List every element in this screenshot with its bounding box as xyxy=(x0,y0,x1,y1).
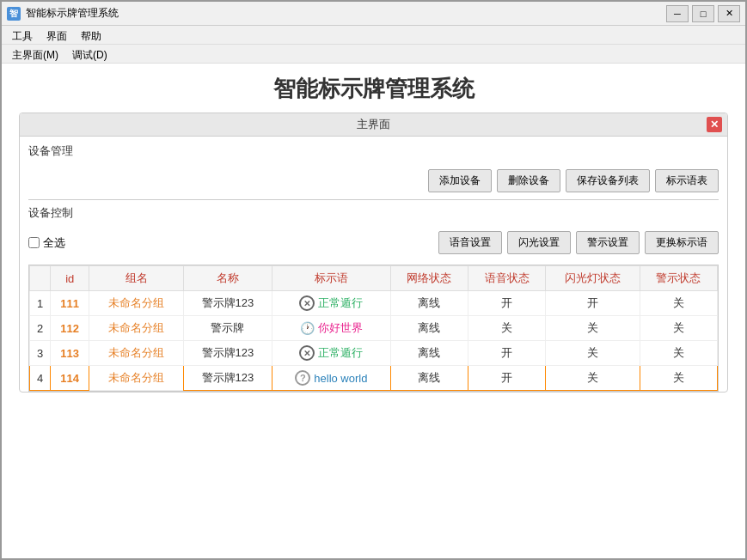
group-cell: 未命名分组 xyxy=(89,341,183,366)
network-cell: 离线 xyxy=(390,366,468,391)
label-text: 正常遁行 xyxy=(318,295,363,311)
submenu-item-main[interactable]: 主界面(M) xyxy=(5,46,65,61)
table-row[interactable]: 4114未命名分组警示牌123?hello world离线开关关 xyxy=(30,366,718,391)
select-all-text: 全选 xyxy=(43,235,65,251)
add-device-button[interactable]: 添加设备 xyxy=(428,169,492,192)
app-icon: 智 xyxy=(7,7,21,21)
save-device-list-button[interactable]: 保存设备列表 xyxy=(566,169,650,192)
device-table: id 组名 名称 标示语 网络状态 语音状态 闪光灯状态 警示状态 1111未命… xyxy=(29,265,718,391)
name-cell: 警示牌123 xyxy=(183,291,272,316)
menu-item-ui[interactable]: 界面 xyxy=(40,27,74,42)
name-cell: 警示牌 xyxy=(183,316,272,341)
main-area: 主界面 ✕ 设备管理 添加设备 删除设备 保存设备列表 标示语表 设备控制 xyxy=(2,113,745,558)
device-control-section: 设备控制 xyxy=(20,200,727,226)
alert-cell: 关 xyxy=(640,341,717,366)
device-table-container: id 组名 名称 标示语 网络状态 语音状态 闪光灯状态 警示状态 1111未命… xyxy=(28,265,719,392)
device-control-title: 设备控制 xyxy=(28,205,73,221)
cancel-icon: ✕ xyxy=(299,295,315,311)
id-cell: 114 xyxy=(51,366,89,391)
alert-cell: 关 xyxy=(640,366,717,391)
id-cell: 111 xyxy=(51,291,89,316)
app-title: 智能标示牌管理系统 xyxy=(2,64,745,113)
flash-cell: 开 xyxy=(546,291,640,316)
clock-icon: 🕐 xyxy=(299,320,315,336)
label-table-button[interactable]: 标示语表 xyxy=(655,169,719,192)
tab-title: 主界面 xyxy=(20,117,727,132)
row-num-cell: 1 xyxy=(30,291,51,316)
col-header-label: 标示语 xyxy=(272,266,390,291)
network-cell: 离线 xyxy=(390,316,468,341)
device-management-title: 设备管理 xyxy=(28,143,719,159)
alert-settings-button[interactable]: 警示设置 xyxy=(576,231,640,254)
label-cell: ✕正常遁行 xyxy=(272,291,390,316)
label-cell: ?hello world xyxy=(272,366,390,391)
name-cell: 警示牌123 xyxy=(183,341,272,366)
id-cell: 112 xyxy=(51,316,89,341)
alert-cell: 关 xyxy=(640,316,717,341)
title-bar-left: 智 智能标示牌管理系统 xyxy=(7,6,119,21)
window-title: 智能标示牌管理系统 xyxy=(26,6,119,21)
select-all-checkbox[interactable] xyxy=(28,237,40,248)
close-button[interactable]: ✕ xyxy=(718,5,740,22)
menu-item-help[interactable]: 帮助 xyxy=(74,27,108,42)
table-row[interactable]: 3113未命名分组警示牌123✕正常遁行离线开关关 xyxy=(30,341,718,366)
row-num-cell: 3 xyxy=(30,341,51,366)
col-header-voice: 语音状态 xyxy=(468,266,546,291)
voice-cell: 开 xyxy=(468,341,546,366)
network-cell: 离线 xyxy=(390,291,468,316)
alert-cell: 关 xyxy=(640,291,717,316)
label-text: 正常遁行 xyxy=(318,345,363,361)
col-header-group: 组名 xyxy=(89,266,183,291)
flash-cell: 关 xyxy=(546,341,640,366)
col-header-flash: 闪光灯状态 xyxy=(546,266,640,291)
minimize-button[interactable]: ─ xyxy=(666,5,689,22)
voice-settings-button[interactable]: 语音设置 xyxy=(438,231,502,254)
tab-header: 主界面 ✕ xyxy=(20,113,727,137)
table-row[interactable]: 2112未命名分组警示牌🕐你好世界离线关关关 xyxy=(30,316,718,341)
row-num-cell: 2 xyxy=(30,316,51,341)
device-management-buttons: 添加设备 删除设备 保存设备列表 标示语表 xyxy=(20,167,727,199)
menu-bar: 工具 界面 帮助 xyxy=(2,26,745,45)
voice-cell: 开 xyxy=(468,366,546,391)
maximize-button[interactable]: □ xyxy=(692,5,714,22)
flash-cell: 关 xyxy=(546,316,640,341)
submenu-item-debug[interactable]: 调试(D) xyxy=(65,46,114,61)
id-cell: 113 xyxy=(51,341,89,366)
device-management-section: 设备管理 xyxy=(20,137,727,167)
group-cell: 未命名分组 xyxy=(89,366,183,391)
title-bar: 智 智能标示牌管理系统 ─ □ ✕ xyxy=(2,2,745,26)
network-cell: 离线 xyxy=(390,341,468,366)
col-header-alert: 警示状态 xyxy=(640,266,717,291)
row-num-cell: 4 xyxy=(30,366,51,391)
device-control-bar: 全选 语音设置 闪光设置 警示设置 更换标示语 xyxy=(20,226,727,259)
flash-cell: 关 xyxy=(546,366,640,391)
select-all-label[interactable]: 全选 xyxy=(28,235,65,251)
group-cell: 未命名分组 xyxy=(89,291,183,316)
table-header-row: id 组名 名称 标示语 网络状态 语音状态 闪光灯状态 警示状态 xyxy=(30,266,718,291)
flash-settings-button[interactable]: 闪光设置 xyxy=(507,231,571,254)
label-cell: ✕正常遁行 xyxy=(272,341,390,366)
tab-close-button[interactable]: ✕ xyxy=(707,117,722,132)
label-cell: 🕐你好世界 xyxy=(272,316,390,341)
control-buttons: 语音设置 闪光设置 警示设置 更换标示语 xyxy=(65,231,719,254)
name-cell: 警示牌123 xyxy=(183,366,272,391)
col-header-id: id xyxy=(51,266,89,291)
col-header-name: 名称 xyxy=(183,266,272,291)
tab-panel: 主界面 ✕ 设备管理 添加设备 删除设备 保存设备列表 标示语表 设备控制 xyxy=(19,113,728,393)
change-label-button[interactable]: 更换标示语 xyxy=(645,231,719,254)
voice-cell: 关 xyxy=(468,316,546,341)
table-row[interactable]: 1111未命名分组警示牌123✕正常遁行离线开开关 xyxy=(30,291,718,316)
col-header-empty xyxy=(30,266,51,291)
label-text: hello world xyxy=(314,372,367,385)
voice-cell: 开 xyxy=(468,291,546,316)
delete-device-button[interactable]: 删除设备 xyxy=(497,169,560,192)
label-text: 你好世界 xyxy=(318,320,363,336)
title-bar-controls: ─ □ ✕ xyxy=(666,5,740,22)
submenu-bar: 主界面(M) 调试(D) xyxy=(2,45,745,64)
menu-item-tools[interactable]: 工具 xyxy=(5,27,40,42)
cancel-icon: ✕ xyxy=(299,345,315,361)
col-header-network: 网络状态 xyxy=(390,266,468,291)
group-cell: 未命名分组 xyxy=(89,316,183,341)
question-icon: ? xyxy=(295,370,310,386)
